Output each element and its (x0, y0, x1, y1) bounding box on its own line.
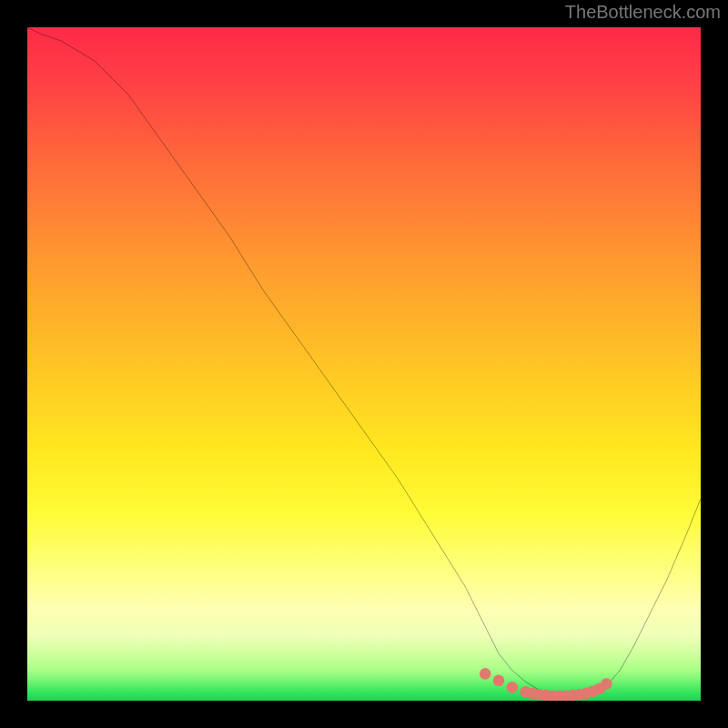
chart-container: TheBottleneck.com (0, 0, 728, 728)
highlight-dot (601, 678, 612, 690)
highlight-dot (507, 682, 519, 693)
watermark-text: TheBottleneck.com (565, 2, 721, 23)
plot-area (27, 27, 701, 701)
curve-svg (27, 27, 701, 701)
highlight-dots (480, 668, 612, 701)
highlight-dot (493, 675, 505, 687)
highlight-dot (480, 668, 491, 680)
bottleneck-curve (27, 27, 701, 697)
